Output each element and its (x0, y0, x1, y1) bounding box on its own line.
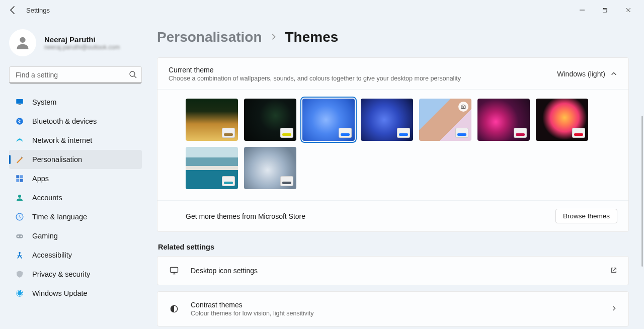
sidebar-item-label: System (32, 98, 56, 106)
svg-point-2 (20, 37, 25, 43)
nav-icon (15, 98, 24, 107)
store-text: Get more themes from Microsoft Store (186, 212, 305, 220)
setting-subtitle: Colour themes for low vision, light sens… (191, 310, 599, 317)
sidebar: Neeraj Paruthi neeraj.paruthi@outlook.co… (0, 20, 151, 329)
maximize-button[interactable] (594, 2, 617, 18)
sidebar-item-label: Accounts (32, 194, 62, 202)
svg-point-15 (18, 235, 19, 237)
svg-rect-14 (16, 234, 23, 238)
nav-icon (15, 289, 24, 298)
scrollbar[interactable] (641, 116, 643, 267)
svg-point-3 (130, 71, 135, 76)
close-button[interactable] (617, 2, 640, 18)
nav-icon (15, 270, 24, 279)
nav-icon (15, 117, 24, 126)
svg-rect-5 (19, 105, 21, 106)
theme-silver-bloom[interactable] (244, 147, 296, 189)
page-title: Themes (285, 29, 339, 45)
arrow-left-icon (8, 5, 18, 15)
sidebar-item-privacy-security[interactable]: Privacy & security (9, 265, 142, 284)
sidebar-item-time-language[interactable]: Time & language (9, 207, 142, 226)
theme-windows-dark-[interactable] (361, 99, 413, 141)
monitor-icon (169, 266, 180, 276)
related-settings-heading: Related settings (157, 238, 629, 256)
close-icon (626, 8, 631, 13)
minimize-button[interactable] (571, 2, 594, 18)
sidebar-item-gaming[interactable]: Gaming (9, 226, 142, 245)
theme-accent-preview (455, 128, 468, 138)
svg-rect-20 (171, 267, 178, 272)
theme-emerald-dark[interactable] (244, 99, 296, 141)
sidebar-item-label: Time & language (32, 213, 87, 221)
sidebar-item-label: Bluetooth & devices (32, 117, 97, 125)
sidebar-item-label: Windows Update (32, 289, 88, 297)
setting-row-contrast-themes[interactable]: Contrast themesColour themes for low vis… (157, 291, 629, 326)
svg-rect-10 (20, 179, 23, 182)
sidebar-item-label: Personalisation (32, 155, 82, 163)
profile-email: neeraj.paruthi@outlook.com (44, 44, 120, 51)
theme-windows-light-[interactable] (302, 99, 355, 141)
sidebar-item-accounts[interactable]: Accounts (9, 188, 142, 207)
window-title: Settings (26, 7, 50, 14)
search-icon (129, 70, 137, 78)
browse-themes-button[interactable]: Browse themes (555, 209, 617, 223)
theme-forest-sunrise[interactable] (186, 99, 238, 141)
sidebar-item-label: Privacy & security (32, 270, 90, 278)
search-input[interactable] (9, 66, 142, 84)
setting-row-desktop-icon-settings[interactable]: Desktop icon settings (157, 256, 629, 285)
nav-icon (15, 231, 24, 240)
minimize-icon (580, 8, 585, 13)
current-theme-title: Current theme (169, 66, 461, 74)
theme-accent-preview (514, 128, 527, 138)
person-icon (14, 34, 31, 51)
theme-lakeside[interactable] (186, 147, 238, 189)
sidebar-item-network-internet[interactable]: Network & internet (9, 131, 142, 150)
sidebar-item-apps[interactable]: Apps (9, 169, 142, 188)
theme-accent-preview (280, 128, 293, 138)
theme-grid (157, 89, 628, 200)
sidebar-item-label: Accessibility (32, 251, 72, 259)
theme-accent-preview (222, 128, 235, 138)
maximize-icon (603, 8, 608, 13)
current-theme-expand[interactable]: Windows (light) (557, 70, 617, 78)
nav-icon (15, 174, 24, 183)
sidebar-item-windows-update[interactable]: Windows Update (9, 284, 142, 303)
back-button[interactable] (8, 5, 18, 15)
camera-icon (458, 102, 468, 112)
theme-accent-preview (280, 176, 293, 186)
current-theme-selected-label: Windows (light) (557, 70, 605, 78)
theme-windows-spotlight[interactable] (419, 99, 471, 141)
sidebar-item-label: Gaming (32, 232, 58, 240)
breadcrumb-parent[interactable]: Personalisation (157, 29, 262, 45)
svg-point-6 (16, 118, 23, 125)
sidebar-item-label: Network & internet (32, 136, 92, 144)
theme-accent-preview (339, 128, 352, 138)
contrast-icon (169, 304, 180, 314)
nav-icon (15, 136, 24, 145)
open-external-icon (610, 267, 617, 275)
theme-accent-preview (397, 128, 410, 138)
svg-rect-7 (16, 175, 19, 178)
setting-title: Desktop icon settings (191, 267, 599, 275)
chevron-right-icon (610, 305, 617, 313)
setting-title: Contrast themes (191, 301, 599, 309)
svg-rect-9 (16, 179, 19, 182)
breadcrumb: Personalisation Themes (157, 25, 629, 57)
profile-block[interactable]: Neeraj Paruthi neeraj.paruthi@outlook.co… (9, 24, 142, 66)
nav-icon (15, 155, 24, 164)
chevron-up-icon (610, 70, 617, 77)
current-theme-card: Current theme Choose a combination of wa… (157, 57, 629, 232)
sidebar-item-system[interactable]: System (9, 93, 142, 112)
theme-captured-motion[interactable] (536, 99, 588, 141)
chevron-right-icon (270, 32, 277, 43)
nav-icon (15, 193, 24, 202)
sidebar-item-personalisation[interactable]: Personalisation (9, 150, 142, 169)
svg-rect-4 (16, 99, 23, 104)
content: Personalisation Themes Current theme Cho… (151, 20, 644, 329)
sidebar-item-bluetooth-devices[interactable]: Bluetooth & devices (9, 112, 142, 131)
theme-glow[interactable] (477, 99, 530, 141)
svg-rect-8 (20, 175, 23, 178)
avatar (9, 29, 36, 56)
sidebar-item-accessibility[interactable]: Accessibility (9, 245, 142, 265)
nav-icon (15, 251, 24, 260)
